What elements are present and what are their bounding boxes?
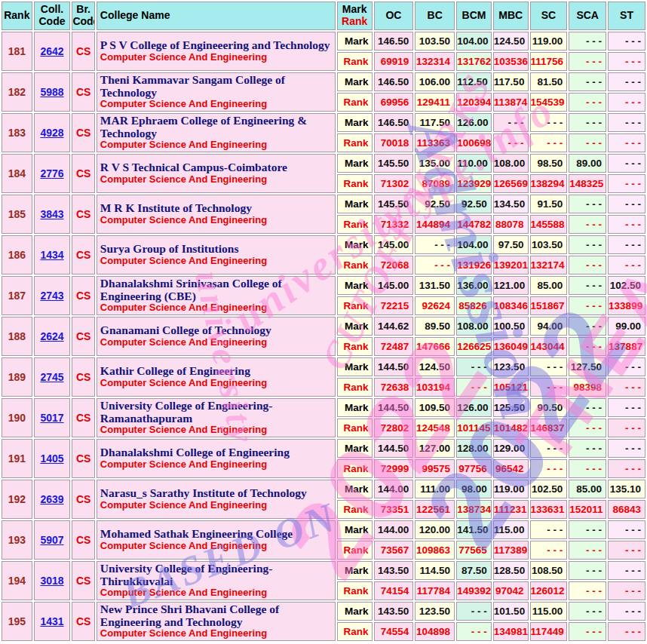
branch-name: Computer Science And Engineering [100, 378, 332, 389]
college-code-link[interactable]: 2745 [40, 371, 63, 383]
mark-value-cell: 127.00 [415, 439, 455, 458]
rank-value-cell: 133631 [530, 500, 568, 519]
rank-value-cell: 92624 [415, 296, 455, 315]
column-header-st: ST [608, 2, 645, 30]
college-code-link[interactable]: 4928 [40, 127, 63, 139]
mark-label-cell: Mark [337, 480, 373, 498]
college-code-link[interactable]: 5017 [40, 412, 63, 424]
mark-value-cell: 85.00 [530, 276, 568, 295]
college-code-link[interactable]: 1405 [40, 452, 63, 465]
mark-value-cell: - - - [569, 32, 606, 51]
branch-name: Computer Science And Engineering [100, 425, 332, 436]
rank-value-cell: 97042 [493, 581, 529, 600]
mark-value-cell: - - - [608, 561, 645, 580]
mark-value-cell: 141.50 [456, 520, 492, 539]
rank-value-cell: 74154 [374, 581, 414, 600]
rank-value-cell: - - - [569, 52, 606, 71]
rank-value-cell: 133899 [608, 296, 645, 315]
branch-name: Computer Science And Engineering [100, 587, 332, 599]
college-code-link[interactable]: 2743 [40, 290, 63, 302]
rank-cell: 183 [2, 113, 32, 152]
college-code-link[interactable]: 5988 [40, 86, 63, 98]
college-code-link[interactable]: 1434 [40, 249, 63, 261]
mark-value-cell: - - - [569, 439, 606, 458]
coll-code-cell: 1434 [34, 235, 71, 274]
mark-value-cell: - - - [569, 317, 606, 336]
mark-value-cell: - - - [569, 398, 606, 417]
college-cell: P S V College of Engineeering and Techno… [97, 32, 336, 71]
table-row: 1922639CSNarasu_s Sarathy Institute of T… [2, 480, 645, 498]
rank-cell: 184 [2, 154, 32, 193]
coll-code-cell: 2624 [34, 317, 71, 356]
table-row: 1812642CSP S V College of Engineeering a… [2, 32, 645, 51]
rank-value-cell: - - - [530, 378, 568, 397]
rank-label-cell: Rank [337, 52, 373, 71]
rank-value-cell: 126569 [493, 174, 529, 193]
mark-value-cell: 89.00 [569, 154, 606, 173]
mark-label-cell: Mark [337, 32, 373, 51]
branch-code-cell: CS [72, 480, 94, 519]
mark-label-cell: Mark [337, 439, 373, 458]
college-code-link[interactable]: 3843 [40, 208, 63, 220]
mark-value-cell: 143.50 [374, 602, 414, 621]
mark-value-cell: 92.50 [456, 195, 492, 213]
mark-label-cell: Mark [337, 72, 373, 91]
college-code-link[interactable]: 1431 [40, 615, 63, 627]
college-code-link[interactable]: 2624 [40, 330, 63, 342]
rank-label-cell: Rank [337, 622, 373, 641]
mark-value-cell: - - - [569, 235, 606, 254]
college-code-link[interactable]: 5907 [40, 534, 63, 546]
rank-value-cell: 136049 [493, 337, 529, 356]
table-row: 1834928CSMAR Ephraem College of Engineer… [2, 113, 645, 132]
column-header-sca: SCA [569, 2, 606, 30]
mark-value-cell: 102.50 [608, 276, 645, 295]
college-code-link[interactable]: 2639 [40, 493, 63, 505]
mark-value-cell: - - - [569, 520, 606, 539]
mark-value-cell: 108.50 [530, 561, 568, 580]
mark-value-cell: 117.50 [493, 72, 529, 91]
table-row: 1905017CSUniversity College of Engineeri… [2, 398, 645, 417]
cutoff-table: RankColl. CodeBr. CodeCollege NameMarkRa… [0, 0, 647, 642]
college-cell: MAR Ephraem College of Engineering & Tec… [97, 113, 336, 152]
branch-name: Computer Science And Engineering [100, 337, 332, 348]
mark-value-cell: 134.50 [493, 195, 529, 213]
mark-value-cell: 124.50 [493, 32, 529, 51]
college-cell: Mohamed Sathak Engineering CollegeComput… [97, 520, 336, 560]
rank-cell: 193 [2, 520, 32, 560]
rank-cell: 191 [2, 439, 32, 478]
college-code-link[interactable]: 2776 [40, 167, 63, 179]
branch-code-cell: CS [72, 276, 94, 315]
rank-value-cell: - - - [608, 419, 645, 437]
college-cell: University College of Engineering-Ramana… [97, 398, 336, 437]
rank-value-cell: 86843 [608, 500, 645, 519]
mark-value-cell: 89.50 [415, 317, 455, 336]
mark-value-cell: - - - [569, 561, 606, 580]
rank-value-cell: 72215 [374, 296, 414, 315]
college-cell: New Prince Shri Bhavani College of Engin… [97, 602, 336, 641]
mark-value-cell: - - - [569, 602, 606, 621]
branch-code-cell: CS [72, 602, 94, 641]
rank-value-cell: - - - [569, 93, 606, 112]
rank-value-cell: 147666 [415, 337, 455, 356]
rank-value-cell: - - - [530, 459, 568, 478]
college-code-link[interactable]: 2642 [40, 45, 63, 57]
mark-value-cell: 110.00 [456, 154, 492, 173]
mark-value-cell: 117.50 [415, 113, 455, 132]
mark-value-cell: 145.50 [374, 195, 414, 213]
mark-value-cell: 90.50 [530, 398, 568, 417]
coll-code-cell: 1431 [34, 602, 71, 641]
table-row: 1882624CSGnanamani College of Technology… [2, 317, 645, 336]
mark-value-cell: 103.50 [530, 235, 568, 254]
mark-value-cell: - - - [608, 235, 645, 254]
rank-value-cell: 138734 [456, 500, 492, 519]
rank-cell: 192 [2, 480, 32, 519]
rank-value-cell: 123929 [456, 174, 492, 193]
mark-value-cell: 136.00 [456, 276, 492, 295]
mark-value-cell: 120.00 [415, 520, 455, 539]
mark-label-cell: Mark [337, 113, 373, 132]
mark-value-cell: - - - [415, 235, 455, 254]
rank-value-cell: 77565 [456, 541, 492, 560]
mark-value-cell: 87.50 [456, 561, 492, 580]
college-code-link[interactable]: 3018 [40, 575, 63, 587]
mark-value-cell: 123.50 [493, 357, 529, 376]
